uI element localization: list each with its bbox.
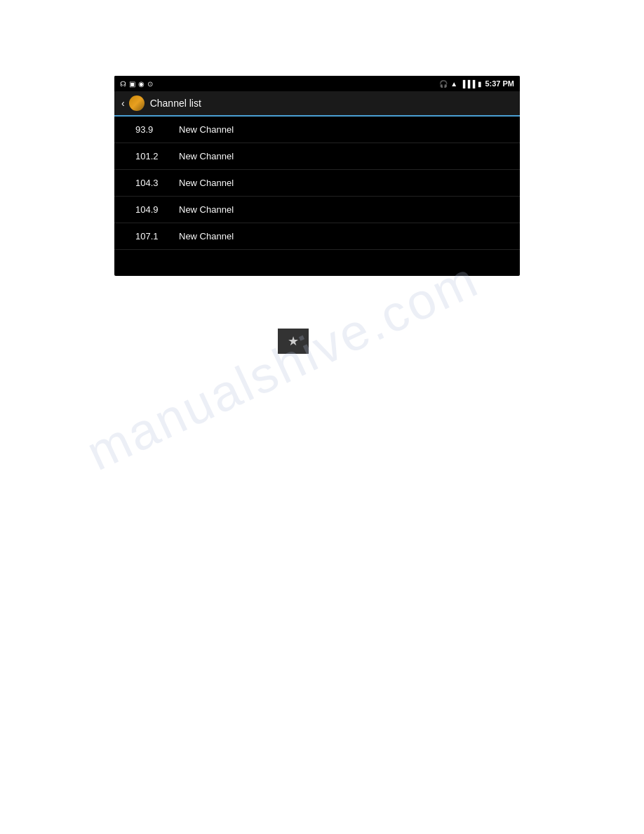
status-time: 5:37 PM [485,79,514,88]
channel-row[interactable]: 101.2 New Channel [114,143,520,170]
channel-frequency: 93.9 [135,124,170,135]
channel-frequency: 101.2 [135,151,170,161]
channel-frequency: 107.1 [135,231,170,241]
channel-name: New Channel [179,178,234,188]
back-button[interactable]: ‹ [121,98,125,109]
channel-name: New Channel [179,231,234,241]
wifi-icon: ▲ [450,80,457,88]
status-bar-right: 🎧 ▲ ▐▐▐ ▮ 5:37 PM [439,79,514,88]
vibrate-icon: ☊ [120,80,126,88]
headphones-icon: 🎧 [439,80,448,88]
signal-icon: ▐▐▐ [460,80,475,88]
favorites-button[interactable]: ★ [278,329,309,354]
app-toolbar: ‹ Channel list [114,91,520,117]
channel-row[interactable]: 107.1 New Channel [114,223,520,250]
channel-name: New Channel [179,204,234,215]
channel-row[interactable]: 104.9 New Channel [114,197,520,223]
page-wrapper: ☊ ▣ ◉ ⊙ 🎧 ▲ ▐▐▐ ▮ 5:37 PM ‹ Channel list… [0,0,644,834]
app-icon [129,95,145,111]
battery-icon: ▮ [478,80,482,88]
screenshot-icon: ▣ [129,80,135,88]
channel-row[interactable]: 93.9 New Channel [114,117,520,143]
channel-frequency: 104.9 [135,204,170,215]
channel-frequency: 104.3 [135,178,170,188]
channel-row[interactable]: 104.3 New Channel [114,170,520,197]
phone-screen: ☊ ▣ ◉ ⊙ 🎧 ▲ ▐▐▐ ▮ 5:37 PM ‹ Channel list… [114,76,520,276]
status-bar-left: ☊ ▣ ◉ ⊙ [120,80,153,88]
channel-list: 93.9 New Channel 101.2 New Channel 104.3… [114,117,520,250]
watermark-text: manualshive.com [78,250,487,482]
status-bar: ☊ ▣ ◉ ⊙ 🎧 ▲ ▐▐▐ ▮ 5:37 PM [114,76,520,91]
radio-icon: ◉ [138,80,145,88]
toolbar-title: Channel list [150,98,201,109]
star-icon: ★ [288,333,299,349]
channel-name: New Channel [179,151,234,161]
headset-icon-left: ⊙ [147,80,153,88]
channel-name: New Channel [179,124,234,135]
